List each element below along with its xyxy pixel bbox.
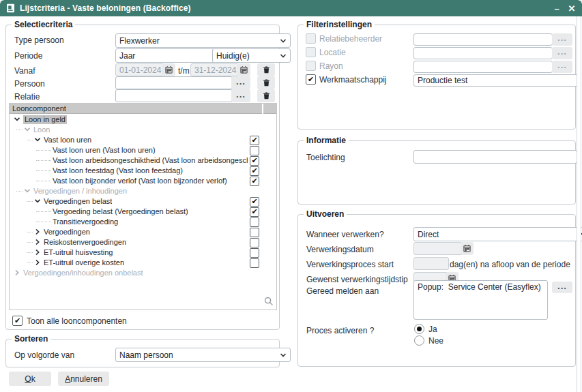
tree-item[interactable]: Vast loon bijzonder verlof (Vast loon bi… — [10, 176, 276, 186]
gereed-melden-aan-field[interactable]: Popup: Service Center (Easyflex) — [413, 280, 548, 320]
filter-checkbox-rayon[interactable] — [306, 61, 316, 71]
chevron-right-icon[interactable] — [14, 269, 20, 276]
chevron-down-icon — [280, 37, 287, 44]
chevron-right-icon[interactable] — [34, 239, 41, 245]
calendar-icon — [463, 244, 471, 253]
tree-item-label: Transitievergoeding — [53, 217, 118, 226]
filterinstellingen-group: Filterinstellingen Relatiebeheerder...Lo… — [297, 25, 576, 130]
proces-activeren-label: Proces activeren ? — [306, 326, 374, 335]
uitvoeren-legend: Uitvoeren — [304, 209, 347, 219]
close-button[interactable]: ✕ — [564, 0, 579, 16]
filter-label: Werkmaatschappij — [319, 75, 386, 85]
tree-item-checkbox[interactable] — [250, 217, 259, 227]
relatie-clear-button[interactable] — [257, 89, 275, 102]
tree-connector — [27, 262, 33, 263]
tree-connector — [16, 191, 23, 192]
tree-item[interactable]: ET-uitruil overige kosten — [10, 258, 276, 268]
tree-item[interactable]: Loon in geld — [10, 115, 276, 125]
filter-browse-button[interactable]: ... — [552, 61, 572, 73]
tree-item[interactable]: Transitievergoeding — [10, 217, 276, 227]
tree-item-checkbox[interactable] — [250, 248, 259, 258]
tree-item[interactable]: Reiskostenvergoedingen — [10, 237, 276, 247]
radio-ja[interactable] — [414, 324, 424, 334]
tree-item-checkbox[interactable] — [250, 146, 259, 155]
vanaf-from-field[interactable]: 01-01-2024 — [115, 63, 164, 76]
tree-item-label: Vergoedingen/inhoudingen onbelast — [23, 269, 143, 277]
vanaf-to-calendar-button[interactable] — [237, 63, 250, 76]
filter-checkbox-werkmaatschappij[interactable] — [306, 74, 316, 85]
chevron-right-icon[interactable] — [34, 228, 41, 235]
chevron-right-icon[interactable] — [34, 259, 41, 266]
periode-modifier-select[interactable]: Huidig(e) — [212, 48, 291, 63]
tree-item-checkbox[interactable] — [250, 197, 259, 207]
tree-item[interactable]: Vast loon uren — [10, 135, 276, 145]
tree-item-label: ET-uitruil huisvesting — [44, 248, 113, 257]
verwerkingsproces-start-field[interactable] — [413, 257, 449, 270]
tree-item-checkbox[interactable] — [250, 258, 259, 268]
tree-item[interactable]: Vergoedingen / inhoudingen — [10, 186, 276, 196]
filter-browse-button[interactable]: ... — [552, 47, 572, 59]
uitvoeren-group: Uitvoeren Wanneer verwerken? Direct Verw… — [297, 214, 576, 367]
tree-item-checkbox[interactable] — [250, 207, 259, 217]
tree-item-checkbox[interactable] — [250, 156, 259, 166]
tree-item[interactable]: Loon — [10, 125, 276, 135]
periode-select[interactable]: Jaar — [115, 48, 227, 63]
ellipsis-icon: ... — [557, 33, 567, 42]
verwerkingsdatum-field[interactable] — [413, 242, 463, 255]
filter-field-rayon[interactable] — [413, 61, 553, 73]
filter-checkbox-locatie[interactable] — [306, 47, 316, 57]
tree-item-checkbox[interactable] — [250, 166, 259, 176]
persoon-field[interactable] — [115, 76, 233, 89]
radio-nee[interactable] — [414, 335, 424, 346]
tree-item[interactable]: Vergoedingen — [10, 227, 276, 237]
toelichting-field[interactable] — [413, 150, 577, 164]
wanneer-verwerken-select[interactable]: Direct — [413, 227, 582, 241]
annuleren-button[interactable]: Annuleren — [58, 372, 109, 386]
type-persoon-select[interactable]: Flexwerker — [115, 33, 291, 48]
informatie-legend: Informatie — [304, 136, 349, 145]
gereed-melden-browse-button[interactable]: ... — [552, 282, 572, 293]
tree-header-looncomponent: Looncomponent — [10, 104, 262, 114]
filter-label: Relatiebeheerder — [319, 34, 382, 44]
filter-field-locatie[interactable] — [413, 47, 553, 59]
tree-item[interactable]: ET-uitruil huisvesting — [10, 247, 276, 258]
chevron-down-icon[interactable] — [24, 187, 31, 194]
relatie-field[interactable] — [115, 89, 233, 102]
ok-button-rest: k — [31, 374, 35, 384]
chevron-down-icon[interactable] — [34, 136, 41, 143]
filter-field-relatiebeheerder[interactable] — [413, 33, 553, 46]
tree-item-checkbox[interactable] — [250, 238, 259, 247]
ellipsis-icon: ... — [557, 47, 567, 56]
sorteren-select[interactable]: Naam persoon — [115, 348, 291, 362]
filter-field-werkmaatschappij[interactable]: Productie test — [413, 74, 579, 87]
tree-item[interactable]: Vergoedingen belast — [10, 196, 276, 207]
persoon-clear-button[interactable] — [257, 76, 275, 89]
vanaf-from-calendar-button[interactable] — [162, 63, 175, 76]
tree-item[interactable]: Vast loon arbeidsongeschiktheid (Vast lo… — [10, 155, 276, 166]
filter-browse-button[interactable]: ... — [552, 33, 572, 46]
chevron-down-icon[interactable] — [24, 126, 31, 133]
radio-nee-label: Nee — [428, 336, 443, 346]
ok-button[interactable]: Ok — [9, 372, 51, 386]
tree-item-checkbox[interactable] — [250, 228, 259, 237]
tree-item-checkbox[interactable] — [250, 136, 259, 145]
filter-checkbox-relatiebeheerder[interactable] — [306, 33, 316, 44]
chevron-down-icon[interactable] — [14, 116, 20, 123]
verwerkingsdatum-calendar-button[interactable] — [461, 242, 474, 255]
vanaf-to-field[interactable]: 31-12-2024 — [190, 63, 239, 76]
tree-item[interactable]: Vergoeding belast (Vergoedingen belast) — [10, 207, 276, 217]
tree-item[interactable]: Vast loon uren (Vast loon uren) — [10, 145, 276, 155]
minimize-button[interactable]: – — [549, 0, 564, 16]
chevron-down-icon[interactable] — [34, 198, 41, 205]
tree-item[interactable]: Vergoedingen/inhoudingen onbelast — [10, 268, 276, 278]
wanneer-verwerken-value: Direct — [418, 230, 439, 239]
relatie-browse-button[interactable]: ... — [231, 89, 250, 102]
search-icon[interactable] — [264, 297, 274, 306]
tree-item[interactable]: Vast loon feestdag (Vast loon feestdag) — [10, 166, 276, 176]
chevron-right-icon[interactable] — [34, 249, 41, 256]
type-persoon-label: Type persoon — [14, 35, 64, 45]
persoon-browse-button[interactable]: ... — [231, 76, 250, 89]
tree-item-checkbox[interactable] — [250, 177, 259, 186]
vanaf-clear-button[interactable] — [257, 63, 275, 76]
toon-alle-checkbox[interactable] — [12, 316, 23, 326]
